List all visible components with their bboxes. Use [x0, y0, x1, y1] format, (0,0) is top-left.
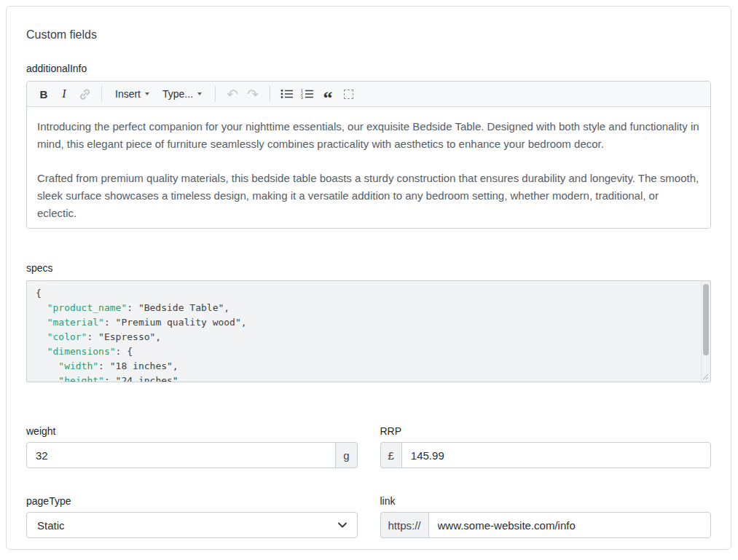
link-protocol-addon: https://: [380, 512, 428, 538]
toolbar-divider: [215, 86, 216, 102]
numbered-list-button[interactable]: 1 2 3: [298, 84, 317, 103]
code-block-button[interactable]: [339, 84, 358, 103]
link-label: link: [380, 495, 712, 508]
rrp-currency-addon: £: [380, 442, 401, 468]
pageType-label: pageType: [26, 495, 358, 508]
bold-button[interactable]: B: [34, 84, 53, 103]
dashed-square-icon: [344, 90, 353, 99]
scrollbar-track[interactable]: [701, 282, 710, 381]
toolbar-divider: [270, 86, 270, 102]
insert-dropdown-label: Insert: [115, 88, 141, 100]
undo-icon: ↶: [227, 87, 238, 101]
field-rrp: RRP £: [380, 425, 712, 468]
custom-fields-card: Custom fields additionalInfo B I Insert: [6, 6, 731, 550]
undo-button[interactable]: ↶: [223, 84, 242, 103]
field-specs: specs { "product_name": "Bedside Table",…: [26, 262, 711, 382]
section-title: Custom fields: [26, 28, 711, 42]
chevron-down-icon: [197, 92, 202, 95]
rich-text-editor: B I Insert Type...: [26, 81, 711, 229]
specs-textarea[interactable]: { "product_name": "Bedside Table", "mate…: [26, 280, 711, 382]
field-weight: weight g: [26, 425, 358, 468]
numbered-list-icon: 1 2 3: [301, 89, 314, 99]
bullet-list-button[interactable]: [278, 84, 297, 103]
link-icon: [79, 88, 91, 100]
bullet-list-icon: [280, 89, 294, 99]
scrollbar-thumb[interactable]: [703, 284, 709, 355]
field-link: link https://: [380, 495, 712, 538]
link-button[interactable]: [75, 84, 94, 103]
weight-input[interactable]: [26, 442, 336, 468]
field-additionalInfo: additionalInfo B I Insert: [26, 63, 711, 229]
weight-label: weight: [26, 425, 358, 438]
field-pageType: pageType Static: [26, 495, 358, 538]
blockquote-icon: “: [323, 95, 333, 102]
insert-dropdown[interactable]: Insert: [109, 84, 155, 103]
chevron-down-icon: [145, 92, 149, 95]
editor-content[interactable]: Introducing the perfect companion for yo…: [27, 107, 710, 228]
fields-grid: weight g RRP £ pageType Static: [26, 425, 711, 538]
pageType-select[interactable]: Static: [26, 512, 358, 538]
editor-paragraph: Crafted from premium quality materials, …: [37, 170, 700, 222]
italic-button[interactable]: I: [55, 84, 74, 103]
svg-text:3: 3: [301, 95, 303, 99]
editor-toolbar: B I Insert Type...: [27, 82, 710, 107]
editor-paragraph: Introducing the perfect companion for yo…: [37, 118, 700, 153]
specs-code: { "product_name": "Bedside Table", "mate…: [27, 281, 702, 382]
link-input[interactable]: [428, 512, 711, 538]
type-dropdown[interactable]: Type...: [157, 84, 208, 103]
toolbar-divider: [101, 86, 102, 102]
resize-handle[interactable]: [702, 373, 709, 380]
specs-label: specs: [26, 262, 711, 275]
additionalInfo-label: additionalInfo: [26, 63, 711, 75]
chevron-down-icon: [338, 522, 347, 528]
pageType-selected-value: Static: [37, 519, 65, 532]
rrp-input[interactable]: [401, 442, 711, 468]
rrp-label: RRP: [380, 425, 712, 438]
blockquote-button[interactable]: “: [318, 84, 337, 103]
redo-button[interactable]: ↷: [243, 84, 262, 103]
weight-unit-addon: g: [336, 442, 357, 468]
type-dropdown-label: Type...: [162, 88, 193, 100]
redo-icon: ↷: [247, 87, 259, 101]
